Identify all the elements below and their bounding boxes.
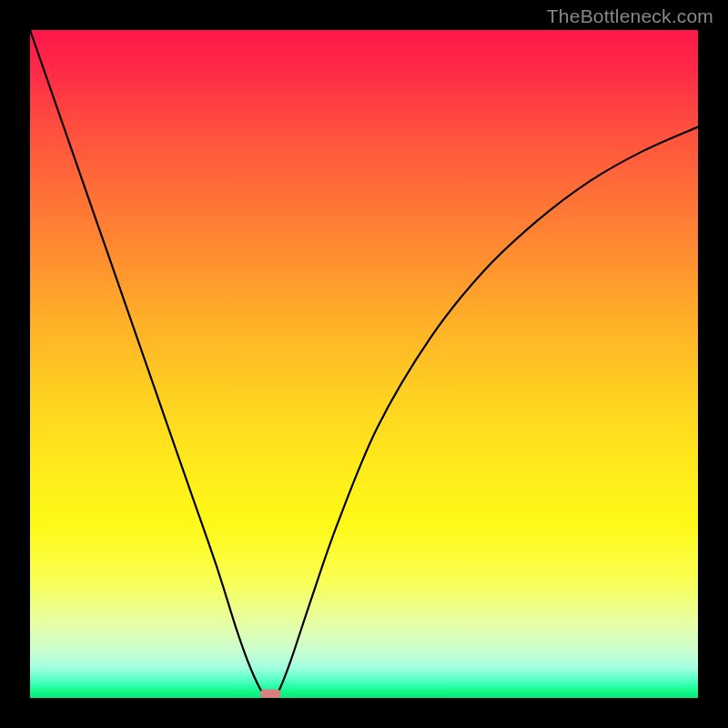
chart-frame: TheBottleneck.com <box>0 0 728 728</box>
minimum-marker <box>260 689 280 698</box>
plot-area <box>30 30 698 698</box>
bottleneck-curve <box>30 30 698 698</box>
watermark-text: TheBottleneck.com <box>547 5 713 27</box>
